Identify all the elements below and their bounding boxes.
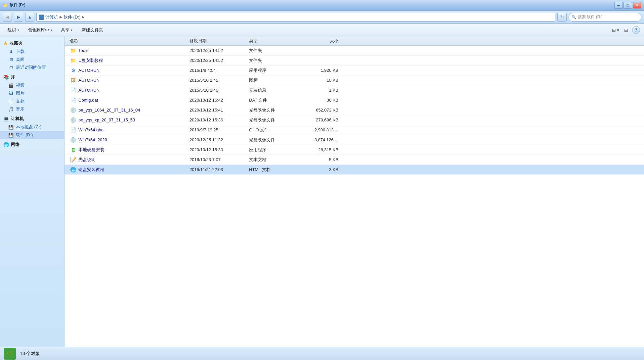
maximize-button[interactable]: □: [623, 2, 632, 9]
table-row[interactable]: 💿 Win7x64_2020 2020/12/25 11:32 光盘映像文件 3…: [64, 135, 644, 145]
sidebar-item-doc[interactable]: 📄 文档: [0, 97, 64, 105]
minimize-button[interactable]: ─: [614, 2, 623, 9]
file-type-cell: DAT 文件: [249, 97, 295, 103]
file-type-icon: 📝: [70, 157, 76, 163]
share-button[interactable]: 共享 ▾: [57, 25, 76, 35]
table-row[interactable]: 📄 AUTORUN 2015/5/10 2:45 安装信息 1 KB: [64, 85, 644, 95]
view-toggle-button[interactable]: ⊞ ▾: [611, 26, 620, 34]
up-button[interactable]: ▲: [25, 13, 34, 22]
table-row[interactable]: 🌐 硬盘安装教程 2016/11/21 22:03 HTML 文档 3 KB: [64, 165, 644, 175]
doc-icon: 📄: [8, 99, 14, 104]
breadcrumb-computer[interactable]: 计算机: [45, 14, 58, 20]
sidebar-item-downloads[interactable]: ⬇ 下载: [0, 48, 64, 56]
doc-label: 文档: [16, 98, 24, 104]
file-size-cell: 1,926 KB: [295, 68, 338, 73]
new-folder-label: 新建文件夹: [82, 27, 103, 33]
file-type-cell: 文件夹: [249, 58, 295, 64]
downloads-icon: ⬇: [8, 49, 14, 54]
table-row[interactable]: ⚙ AUTORUN 2016/1/8 4:54 应用程序 1,926 KB: [64, 66, 644, 75]
downloads-label: 下载: [16, 49, 24, 55]
file-size-cell: 3 KB: [295, 167, 338, 172]
file-name-text: AUTORUN: [78, 78, 100, 83]
file-size-cell: 652,072 KB: [295, 108, 338, 112]
organize-button[interactable]: 组织 ▾: [4, 25, 23, 35]
preview-pane-button[interactable]: ⊟: [622, 26, 631, 34]
network-icon: 🌐: [3, 142, 9, 147]
recent-icon: ⏱: [8, 65, 14, 70]
table-row[interactable]: 📁 U盘安装教程 2020/12/25 14:52 文件夹: [64, 56, 644, 66]
file-date-cell: 2020/12/25 14:52: [190, 48, 249, 53]
include-library-button[interactable]: 包含到库中 ▾: [24, 25, 56, 35]
status-count: 13 个对象: [20, 351, 40, 357]
file-name-cell: ⚙ AUTORUN: [67, 67, 190, 74]
breadcrumb-drive[interactable]: 软件 (D:): [64, 14, 80, 20]
table-row[interactable]: 💿 pe_yqs_xp_20_07_31_15_53 2020/10/12 15…: [64, 115, 644, 125]
file-type-icon: 📁: [70, 57, 76, 64]
sidebar-item-software-d[interactable]: 💾 软件 (D:): [0, 131, 64, 139]
file-name-text: 硬盘安装教程: [78, 167, 104, 173]
table-row[interactable]: 📁 Tools 2020/12/25 14:52 文件夹: [64, 46, 644, 56]
file-name-cell: 🖼 AUTORUN: [67, 77, 190, 84]
sidebar-library-header[interactable]: 📚 库: [0, 73, 64, 81]
sidebar-computer-section: 💻 计算机 💾 本地磁盘 (C:) 💾 软件 (D:): [0, 114, 64, 139]
sidebar-computer-header[interactable]: 💻 计算机: [0, 114, 64, 123]
file-name-text: U盘安装教程: [78, 58, 103, 64]
new-folder-button[interactable]: 新建文件夹: [77, 25, 107, 35]
file-name-cell: 📁 Tools: [67, 47, 190, 54]
close-button[interactable]: ✕: [633, 2, 641, 9]
picture-label: 图片: [16, 90, 24, 96]
file-date-cell: 2020/10/12 15:42: [190, 98, 249, 103]
file-type-cell: 图标: [249, 77, 295, 83]
search-placeholder: 搜索 软件 (D:): [578, 14, 603, 20]
table-row[interactable]: 🖥 本地硬盘安装 2020/10/12 15:30 应用程序 28,315 KB: [64, 145, 644, 155]
back-button[interactable]: ◀: [3, 13, 12, 22]
video-label: 视频: [16, 82, 24, 88]
sidebar-item-picture[interactable]: 🖼 图片: [0, 89, 64, 97]
music-icon: 🎵: [8, 107, 14, 112]
file-size-cell: 28,315 KB: [295, 147, 338, 152]
forward-button[interactable]: ▶: [14, 13, 23, 22]
col-size-header[interactable]: 大小: [295, 38, 338, 44]
forward-icon: ▶: [17, 15, 20, 20]
file-date-cell: 2020/12/25 14:52: [190, 58, 249, 63]
local-c-label: 本地磁盘 (C:): [16, 124, 41, 130]
table-row[interactable]: 📄 Config.dat 2020/10/12 15:42 DAT 文件 36 …: [64, 95, 644, 105]
sidebar-item-video[interactable]: 🎬 视频: [0, 81, 64, 89]
table-row[interactable]: 💿 pe_yqs_1064_20_07_31_16_04 2020/10/12 …: [64, 105, 644, 115]
search-box[interactable]: 🔍 搜索 软件 (D:): [569, 13, 641, 22]
sidebar-network-section: 🌐 网络: [0, 140, 64, 149]
file-name-cell: 💿 Win7x64_2020: [67, 137, 190, 143]
help-button[interactable]: ?: [632, 26, 640, 34]
sidebar-favorites-header[interactable]: ★ 收藏夹: [0, 39, 64, 48]
col-name-header[interactable]: 名称: [67, 38, 190, 44]
table-row[interactable]: 📝 光盘说明 2016/10/23 7:07 文本文档 5 KB: [64, 155, 644, 165]
sidebar-item-local-c[interactable]: 💾 本地磁盘 (C:): [0, 123, 64, 131]
desktop-label: 桌面: [16, 57, 24, 63]
file-date-cell: 2016/10/23 7:07: [190, 157, 249, 162]
toolbar: 组织 ▾ 包含到库中 ▾ 共享 ▾ 新建文件夹 ⊞ ▾ ⊟ ?: [0, 24, 644, 36]
recent-label: 最近访问的位置: [16, 65, 46, 70]
window-icon: 📁: [3, 3, 8, 8]
table-row[interactable]: 📄 Win7x64.gho 2019/9/7 19:25 GHO 文件 2,90…: [64, 125, 644, 135]
breadcrumb[interactable]: 计算机 ▶ 软件 (D:) ▶: [36, 13, 555, 22]
main-layout: ★ 收藏夹 ⬇ 下载 🖥 桌面 ⏱ 最近访问的位置 📚 库 🎬: [0, 36, 644, 347]
file-type-cell: 光盘映像文件: [249, 117, 295, 123]
title-bar-title: 📁 软件 (D:): [3, 2, 25, 8]
file-name-text: AUTORUN: [78, 68, 100, 73]
software-d-icon: 💾: [8, 132, 14, 138]
sidebar-item-desktop[interactable]: 🖥 桌面: [0, 56, 64, 64]
col-type-header[interactable]: 类型: [249, 38, 295, 44]
sidebar-item-music[interactable]: 🎵 音乐: [0, 105, 64, 113]
sidebar-network-header[interactable]: 🌐 网络: [0, 140, 64, 149]
file-date-cell: 2020/10/12 15:41: [190, 108, 249, 112]
table-row[interactable]: 🖼 AUTORUN 2015/5/10 2:45 图标 10 KB: [64, 75, 644, 85]
col-date-header[interactable]: 修改日期: [190, 38, 249, 44]
software-d-label: 软件 (D:): [16, 132, 33, 138]
refresh-button[interactable]: ↻: [557, 13, 567, 22]
file-name-text: Win7x64_2020: [78, 137, 107, 142]
up-icon: ▲: [28, 15, 32, 20]
file-size-cell: 2,900,813 ...: [295, 127, 338, 132]
share-label: 共享: [61, 27, 69, 33]
sidebar-item-recent[interactable]: ⏱ 最近访问的位置: [0, 64, 64, 71]
file-type-icon: 💿: [70, 107, 76, 113]
